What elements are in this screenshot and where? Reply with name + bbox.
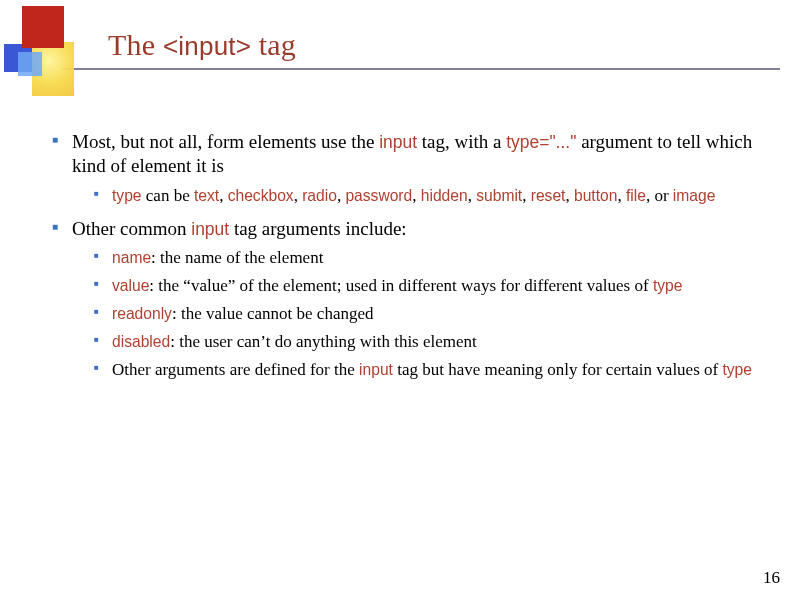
- slide-body: Most, but not all, form elements use the…: [52, 130, 764, 392]
- code-text: password: [345, 187, 412, 204]
- code-text: text: [194, 187, 219, 204]
- code-text: image: [673, 187, 716, 204]
- body-text: ,: [617, 186, 626, 205]
- slide-title: The <input> tag: [108, 28, 296, 62]
- code-text: name: [112, 249, 151, 266]
- code-text: checkbox: [228, 187, 294, 204]
- body-text: ,: [219, 186, 228, 205]
- code-text: button: [574, 187, 617, 204]
- code-text: input: [359, 361, 393, 378]
- code-text: type: [722, 361, 752, 378]
- bullet-lvl2: readonly: the value cannot be changed: [94, 303, 764, 325]
- bullet-lvl2: name: the name of the element: [94, 247, 764, 269]
- bullet-lvl1: Most, but not all, form elements use the…: [52, 130, 764, 207]
- corner-logo: [0, 0, 80, 110]
- body-text: ,: [565, 186, 574, 205]
- code-text: readonly: [112, 305, 172, 322]
- code-text: radio: [302, 187, 337, 204]
- body-text: , or: [646, 186, 673, 205]
- body-text: : the value cannot be changed: [172, 304, 374, 323]
- body-text: : the user can’t do anything with this e…: [170, 332, 477, 351]
- body-text: Other arguments are defined for the: [112, 360, 359, 379]
- body-text: tag arguments include:: [229, 218, 406, 239]
- title-pre: The: [108, 28, 163, 61]
- code-text: submit: [476, 187, 522, 204]
- body-text: tag but have meaning only for certain va…: [393, 360, 723, 379]
- title-underline: [62, 68, 780, 70]
- code-text: input: [379, 132, 417, 152]
- body-text: ,: [294, 186, 303, 205]
- code-text: hidden: [421, 187, 468, 204]
- bullet-lvl2: type can be text, checkbox, radio, passw…: [94, 185, 764, 207]
- page-number: 16: [763, 568, 780, 588]
- body-text: : the name of the element: [151, 248, 323, 267]
- body-text: can be: [142, 186, 194, 205]
- code-text: value: [112, 277, 149, 294]
- code-text: type="...": [506, 132, 576, 152]
- code-text: reset: [531, 187, 566, 204]
- code-text: disabled: [112, 333, 170, 350]
- body-text: : the “value” of the element; used in di…: [149, 276, 653, 295]
- bullet-lvl2: value: the “value” of the element; used …: [94, 275, 764, 297]
- code-text: input: [191, 219, 229, 239]
- code-text: file: [626, 187, 646, 204]
- bullet-lvl2: Other arguments are defined for the inpu…: [94, 359, 764, 381]
- body-text: ,: [522, 186, 531, 205]
- title-post: tag: [251, 28, 296, 61]
- body-text: ,: [468, 186, 477, 205]
- code-text: type: [653, 277, 683, 294]
- body-text: tag, with a: [417, 131, 506, 152]
- body-text: ,: [412, 186, 421, 205]
- code-text: type: [112, 187, 142, 204]
- bullet-lvl1: Other common input tag arguments include…: [52, 217, 764, 382]
- title-code: <input>: [163, 31, 251, 61]
- bullet-lvl2: disabled: the user can’t do anything wit…: [94, 331, 764, 353]
- body-text: Other common: [72, 218, 191, 239]
- body-text: Most, but not all, form elements use the: [72, 131, 379, 152]
